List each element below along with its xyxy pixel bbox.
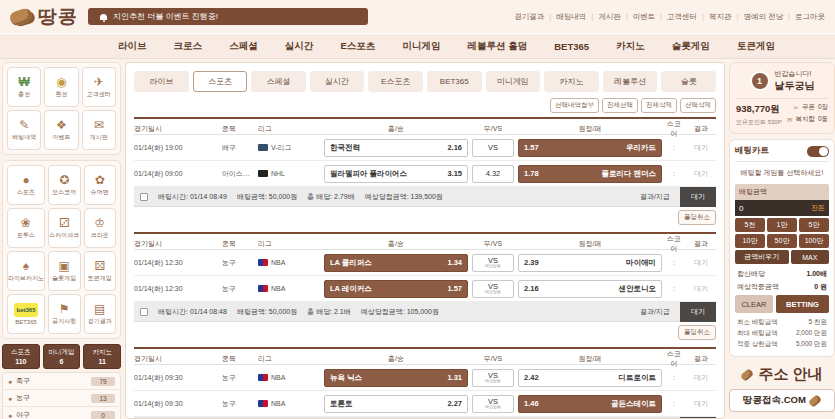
folding-cancel-button[interactable]: 폴딩취소 xyxy=(678,210,716,225)
menu-skypark[interactable]: ⚂스카이파크 xyxy=(48,208,81,248)
menu-boscore[interactable]: ✪보스코어 xyxy=(48,165,81,205)
chip-3[interactable]: 10만 xyxy=(735,234,765,248)
tab-3[interactable]: 실시간 xyxy=(310,71,365,92)
tab-8[interactable]: 레볼루션 xyxy=(603,71,658,92)
small-change-button[interactable]: 잔돈 xyxy=(811,203,825,213)
draw-odds-button[interactable]: 4.32 xyxy=(472,165,514,183)
nav-item-3[interactable]: 실시간 xyxy=(285,40,314,53)
away-odds-button[interactable]: 1.78플로리다 팬더스 xyxy=(518,165,662,183)
action-button-0[interactable]: 선택내역첨부 xyxy=(550,98,599,113)
menu-bet-history[interactable]: ✎배팅내역 xyxy=(7,110,41,150)
tab-5[interactable]: BET365 xyxy=(427,71,482,92)
home-odds-button[interactable]: 토론토2.27 xyxy=(324,395,468,413)
menu-withdraw[interactable]: ◉환전 xyxy=(44,67,78,107)
tab-4[interactable]: E스포츠 xyxy=(368,71,423,92)
away-odds-button[interactable]: 2.16샌안토니오 xyxy=(518,280,662,298)
away-odds-button[interactable]: 1.46골든스테이트 xyxy=(518,395,662,413)
away-odds-button[interactable]: 2.39마이애미 xyxy=(518,254,662,272)
top-link-1[interactable]: 배팅내역 xyxy=(556,12,586,22)
home-odds-button[interactable]: 필라델피아 플라이어스3.15 xyxy=(324,165,468,183)
nav-item-1[interactable]: 크로스 xyxy=(174,40,203,53)
top-link-3[interactable]: 이벤트 xyxy=(633,12,656,22)
home-odds-button[interactable]: LA 레이커스1.57 xyxy=(324,280,468,298)
draw-odds-button[interactable]: VS xyxy=(472,139,514,157)
betting-button[interactable]: BETTING xyxy=(776,295,829,313)
menu-live-casino[interactable]: ♠라이브카지노 xyxy=(7,251,45,291)
menu-deposit[interactable]: ₩충전 xyxy=(7,67,41,107)
action-button-1[interactable]: 전체선택 xyxy=(602,98,638,113)
notice-banner[interactable]: 지인추천 더블 이벤트 진행중! xyxy=(88,8,368,25)
chip-4[interactable]: 50만 xyxy=(767,234,797,248)
top-link-4[interactable]: 고객센터 xyxy=(667,12,697,22)
coupon-row[interactable]: ✂ 쿠폰 0장 xyxy=(787,103,828,112)
tab-0[interactable]: 라이브 xyxy=(134,71,189,92)
user-level-avatar[interactable]: 1 xyxy=(750,71,770,91)
menu-event[interactable]: ❖이벤트 xyxy=(44,110,78,150)
top-link-6[interactable]: 명예의 전당 xyxy=(743,12,783,22)
nav-item-9[interactable]: 슬롯게임 xyxy=(672,40,710,53)
nav-item-8[interactable]: 카지노 xyxy=(616,40,645,53)
clear-amount-button[interactable]: 금액비우기 xyxy=(735,250,789,264)
menu-crown[interactable]: ♔크라운 xyxy=(84,208,117,248)
draw-odds-button[interactable]: VS배당없음 xyxy=(472,280,514,298)
away-odds-button[interactable]: 2.42디트로이트 xyxy=(518,369,662,387)
amount-input[interactable]: 0 잔돈 xyxy=(735,200,829,216)
category-tab-0[interactable]: 스포츠110 xyxy=(2,344,40,369)
draw-odds-button[interactable]: VS배당없음 xyxy=(472,254,514,272)
top-link-7[interactable]: 로그아웃 xyxy=(795,12,825,22)
tab-1[interactable]: 스포츠 xyxy=(193,71,248,92)
chip-5[interactable]: 100만 xyxy=(799,234,829,248)
nav-item-2[interactable]: 스페셜 xyxy=(229,40,258,53)
menu-token-game[interactable]: ⚄토큰게임 xyxy=(84,251,117,291)
max-amount-button[interactable]: MAX xyxy=(791,250,829,264)
menu-match-results[interactable]: ▤경기결과 xyxy=(84,294,117,334)
clear-cart-button[interactable]: CLEAR xyxy=(735,295,773,313)
nav-item-7[interactable]: BET365 xyxy=(554,41,589,52)
site-logo[interactable]: 땅콩 xyxy=(10,4,78,30)
mailbox-row[interactable]: ✉ 복지함 0통 xyxy=(787,115,828,124)
nav-item-4[interactable]: E스포츠 xyxy=(340,40,375,53)
home-odds-button[interactable]: LA 클리퍼스1.34 xyxy=(324,254,468,272)
menu-announcement[interactable]: ⚑공지사항 xyxy=(48,294,81,334)
nav-item-5[interactable]: 미니게임 xyxy=(402,40,440,53)
sport-row-0[interactable]: ●축구79 xyxy=(3,373,120,390)
away-odds-button[interactable]: 1.57우리카드 xyxy=(518,139,662,157)
tab-6[interactable]: 미니게임 xyxy=(486,71,541,92)
tab-7[interactable]: 카지노 xyxy=(544,71,599,92)
top-link-0[interactable]: 경기결과 xyxy=(514,12,544,22)
nav-item-10[interactable]: 토큰게임 xyxy=(737,40,775,53)
nav-item-0[interactable]: 라이브 xyxy=(118,40,147,53)
cart-toggle[interactable] xyxy=(807,146,829,157)
chip-1[interactable]: 1만 xyxy=(767,218,797,232)
menu-slot-game[interactable]: ▣슬롯게임 xyxy=(48,251,81,291)
chip-2[interactable]: 5만 xyxy=(799,218,829,232)
menu-support[interactable]: ✈고객센터 xyxy=(82,67,116,107)
chip-0[interactable]: 5천 xyxy=(735,218,765,232)
sport-row-2[interactable]: ●야구0 xyxy=(3,407,120,419)
bet-status-button[interactable]: 대기 xyxy=(680,187,716,207)
top-link-5[interactable]: 복지관 xyxy=(709,12,732,22)
bet-status-button[interactable]: 대기 xyxy=(680,302,716,322)
nav-item-6[interactable]: 레볼루션 홀덤 xyxy=(468,40,528,53)
action-button-3[interactable]: 선택삭제 xyxy=(680,98,716,113)
top-link-2[interactable]: 게시판 xyxy=(598,12,621,22)
sport-row-1[interactable]: ●농구13 xyxy=(3,390,120,407)
draw-odds-button[interactable]: VS배당없음 xyxy=(472,369,514,387)
tab-9[interactable]: 슬롯 xyxy=(661,71,716,92)
menu-lotus[interactable]: ❀로투스 xyxy=(7,208,45,248)
draw-odds-button[interactable]: VS배당없음 xyxy=(472,395,514,413)
folding-cancel-button[interactable]: 폴딩취소 xyxy=(678,325,716,340)
address-domain-box[interactable]: 땅콩접속.COM xyxy=(729,389,835,412)
menu-sureman[interactable]: ✿슈어맨 xyxy=(84,165,117,205)
select-checkbox[interactable] xyxy=(140,193,148,201)
select-checkbox[interactable] xyxy=(140,308,148,316)
home-odds-button[interactable]: 뉴욕 닉스1.31 xyxy=(324,369,468,387)
category-tab-2[interactable]: 카지노11 xyxy=(83,344,121,369)
action-button-2[interactable]: 전체삭제 xyxy=(641,98,677,113)
menu-board[interactable]: ✉게시판 xyxy=(82,110,116,150)
home-odds-button[interactable]: 한국전력2.16 xyxy=(324,139,468,157)
menu-bet365[interactable]: bet365BET365 xyxy=(7,294,45,334)
tab-2[interactable]: 스페셜 xyxy=(251,71,306,92)
menu-sports[interactable]: ●스포츠 xyxy=(7,165,45,205)
category-tab-1[interactable]: 미니게임6 xyxy=(43,344,81,369)
